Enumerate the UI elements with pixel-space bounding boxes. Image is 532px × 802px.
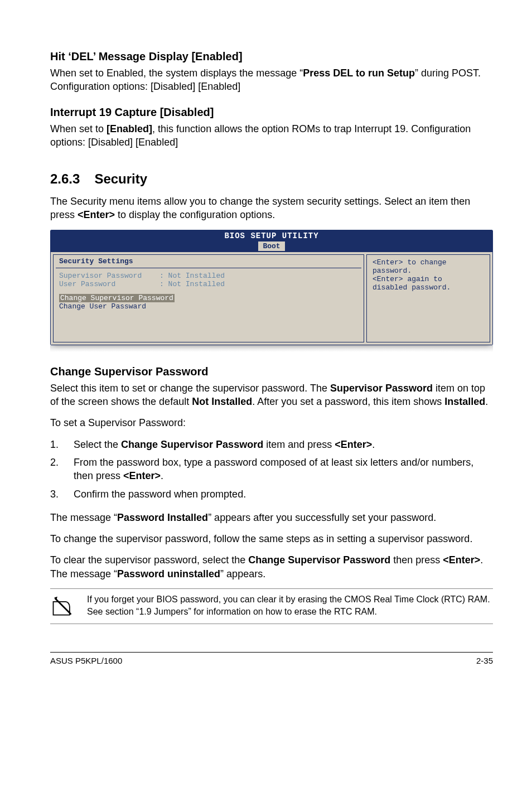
bios-window: BIOS SETUP UTILITY Boot Security Setting… bbox=[50, 230, 493, 345]
list-item: 1. Select the Change Supervisor Password… bbox=[50, 438, 493, 451]
bold-text: Installed bbox=[444, 396, 485, 407]
bios-field-label: Supervisor Password bbox=[59, 272, 159, 280]
list-item: 2. From the password box, type a passwor… bbox=[50, 456, 493, 483]
bold-text: <Enter> bbox=[78, 209, 115, 220]
step-number: 3. bbox=[50, 487, 74, 501]
bold-text: Password uninstalled bbox=[117, 568, 220, 579]
bios-screenshot: BIOS SETUP UTILITY Boot Security Setting… bbox=[50, 230, 493, 352]
text: When set to bbox=[50, 123, 107, 134]
step-text: From the password box, type a password c… bbox=[74, 456, 493, 483]
footer-right: 2-35 bbox=[476, 656, 493, 665]
text: ” appears. bbox=[220, 568, 265, 579]
bios-body: Security Settings Supervisor Password : … bbox=[51, 252, 492, 345]
text: to display the configuration options. bbox=[115, 209, 275, 220]
bold-text: Change Supervisor Password bbox=[248, 554, 390, 566]
list-item: 3. Confirm the password when prompted. bbox=[50, 487, 493, 501]
step-number: 1. bbox=[50, 438, 74, 451]
paragraph: The message “Password Installed” appears… bbox=[50, 511, 493, 524]
paragraph: To set a Supervisor Password: bbox=[50, 416, 493, 429]
page-footer: ASUS P5KPL/1600 2-35 bbox=[50, 652, 493, 665]
step-text: Select the Change Supervisor Password it… bbox=[74, 438, 375, 451]
paragraph: To clear the supervisor password, select… bbox=[50, 553, 493, 581]
page: Hit ‘DEL’ Message Display [Enabled] When… bbox=[0, 0, 532, 682]
bios-left-pane: Security Settings Supervisor Password : … bbox=[53, 254, 364, 342]
step-number: 2. bbox=[50, 456, 74, 483]
text: To clear the supervisor password, select… bbox=[50, 554, 248, 566]
note-text: If you forget your BIOS password, you ca… bbox=[87, 593, 493, 617]
bios-tab-boot: Boot bbox=[258, 241, 284, 251]
text: ” appears after you successfully set you… bbox=[208, 512, 436, 523]
pencil-note-icon bbox=[50, 593, 76, 619]
bold-text: <Enter> bbox=[335, 439, 372, 450]
footer-left: ASUS P5KPL/1600 bbox=[50, 656, 122, 665]
bold-text: Not Installed bbox=[192, 396, 252, 407]
text: . After you set a password, this item sh… bbox=[252, 396, 444, 407]
heading-interrupt-19: Interrupt 19 Capture [Disabled] bbox=[50, 106, 493, 119]
paragraph-security-intro: The Security menu items allow you to cha… bbox=[50, 195, 493, 222]
bold-text: <Enter> bbox=[123, 470, 161, 481]
bios-help-line: disabled password. bbox=[373, 283, 484, 292]
bios-field-value: : Not Installed bbox=[159, 272, 225, 280]
steps-list: 1. Select the Change Supervisor Password… bbox=[50, 438, 493, 501]
bold-text: Press DEL to run Setup bbox=[303, 67, 415, 79]
bios-title: BIOS SETUP UTILITY bbox=[51, 230, 492, 240]
text: . bbox=[485, 396, 488, 407]
bios-field-label: User Password bbox=[59, 280, 159, 288]
heading-hit-del: Hit ‘DEL’ Message Display [Enabled] bbox=[50, 50, 493, 63]
bios-shadow bbox=[50, 345, 493, 352]
text: When set to Enabled, the system displays… bbox=[50, 67, 303, 79]
section-number: 2.6.3 bbox=[50, 171, 80, 187]
section-title: Security bbox=[94, 171, 147, 186]
bios-help-line: <Enter> to change bbox=[373, 258, 484, 267]
bios-help-line: <Enter> again to bbox=[373, 275, 484, 283]
heading-change-supervisor-password: Change Supervisor Password bbox=[50, 365, 493, 378]
text: . bbox=[161, 470, 163, 481]
note-box: If you forget your BIOS password, you ca… bbox=[50, 588, 493, 624]
paragraph-interrupt-19: When set to [Enabled], this function all… bbox=[50, 122, 493, 149]
text: then press bbox=[390, 554, 443, 566]
bold-text: Supervisor Password bbox=[330, 383, 433, 394]
bios-row-user: User Password : Not Installed bbox=[59, 280, 358, 288]
bios-tab-row: Boot bbox=[51, 240, 492, 252]
text: Select the bbox=[74, 439, 121, 450]
bios-menu-item: Change User Passward bbox=[59, 302, 358, 311]
bios-help-line: password. bbox=[373, 267, 484, 275]
paragraph: Select this item to set or change the su… bbox=[50, 381, 493, 409]
heading-security: 2.6.3Security bbox=[50, 171, 493, 187]
bios-help-pane: <Enter> to change password. <Enter> agai… bbox=[366, 254, 490, 342]
text: item and press bbox=[263, 439, 335, 450]
bios-selected-item: Change Supervisor Password bbox=[59, 294, 175, 302]
bold-text: <Enter> bbox=[443, 554, 480, 566]
step-text: Confirm the password when prompted. bbox=[74, 487, 246, 501]
bold-text: Change Supervisor Password bbox=[121, 439, 263, 450]
paragraph: To change the supervisor password, follo… bbox=[50, 532, 493, 545]
bold-text: [Enabled] bbox=[107, 123, 152, 134]
text: The message “ bbox=[50, 512, 117, 523]
paragraph-hit-del: When set to Enabled, the system displays… bbox=[50, 66, 493, 94]
text: . bbox=[372, 439, 375, 450]
bios-row-supervisor: Supervisor Password : Not Installed bbox=[59, 272, 358, 280]
bios-field-value: : Not Installed bbox=[159, 280, 225, 288]
text: Select this item to set or change the su… bbox=[50, 383, 330, 394]
bios-left-heading: Security Settings bbox=[56, 257, 361, 268]
bold-text: Password Installed bbox=[117, 512, 208, 523]
